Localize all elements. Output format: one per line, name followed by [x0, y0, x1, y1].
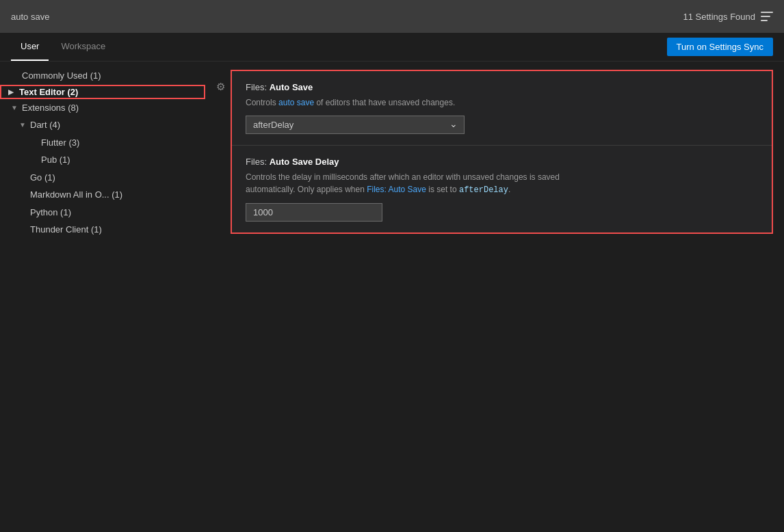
- sidebar-item-label: Go (1): [30, 171, 55, 185]
- sidebar-item-label: Python (1): [30, 206, 71, 220]
- sidebar-item-dart[interactable]: ▼ Dart (4): [0, 116, 205, 134]
- auto-save-title-name: Auto Save: [270, 82, 313, 92]
- sidebar-item-label: Text Editor (2): [19, 87, 78, 97]
- sidebar-item-label: Dart (4): [30, 118, 60, 132]
- sync-button[interactable]: Turn on Settings Sync: [667, 38, 773, 56]
- auto-save-delay-desc-middle: is set to: [426, 185, 459, 194]
- svg-rect-2: [761, 20, 768, 21]
- auto-save-delay-input[interactable]: [246, 203, 382, 222]
- sidebar-item-text-editor[interactable]: ▶ Text Editor (2): [0, 85, 205, 99]
- sidebar-item-pub[interactable]: Pub (1): [0, 151, 205, 169]
- main-layout: Commonly Used (1) ▶ Text Editor (2) ▼ Ex…: [0, 62, 784, 532]
- sidebar-item-python[interactable]: Python (1): [0, 204, 205, 222]
- chevron-down-icon: ▼: [11, 103, 19, 113]
- sidebar-item-flutter[interactable]: Flutter (3): [0, 134, 205, 152]
- search-bar: 11 Settings Found: [0, 0, 784, 33]
- sidebar-item-markdown[interactable]: Markdown All in O... (1): [0, 186, 205, 204]
- sidebar-item-label: Flutter (3): [41, 136, 79, 150]
- tabs-left: User Workspace: [11, 33, 115, 61]
- sidebar-item-go[interactable]: Go (1): [0, 169, 205, 187]
- svg-rect-0: [761, 12, 773, 13]
- settings-gear-icon[interactable]: ⚙: [216, 70, 225, 234]
- auto-save-desc: Controls auto save of editors that have …: [246, 96, 758, 109]
- chevron-down-icon: ▼: [19, 120, 27, 130]
- svg-rect-1: [761, 16, 770, 17]
- sidebar-item-label: Commonly Used (1): [22, 69, 101, 83]
- auto-save-delay-desc-link[interactable]: Files: Auto Save: [367, 185, 426, 194]
- auto-save-setting: Files: Auto Save Controls auto save of e…: [232, 71, 772, 146]
- auto-save-delay-setting: Files: Auto Save Delay Controls the dela…: [232, 146, 772, 232]
- auto-save-delay-desc-code: afterDelay: [459, 185, 508, 195]
- filter-icon[interactable]: [761, 12, 773, 21]
- auto-save-delay-desc: Controls the delay in milliseconds after…: [246, 171, 758, 196]
- sidebar-item-label: Markdown All in O... (1): [30, 188, 122, 202]
- sidebar-item-commonly-used[interactable]: Commonly Used (1): [0, 67, 205, 85]
- sidebar-item-label: Extensions (8): [22, 101, 79, 115]
- auto-save-title-prefix: Files:: [246, 82, 270, 92]
- search-input[interactable]: [11, 12, 683, 22]
- auto-save-desc-after: of editors that have unsaved changes.: [314, 98, 455, 107]
- settings-panel: Files: Auto Save Controls auto save of e…: [231, 70, 773, 234]
- sidebar-item-label: Thunder Client (1): [30, 223, 102, 237]
- auto-save-delay-desc-line1: Controls the delay in milliseconds after…: [246, 172, 560, 182]
- search-results-area: 11 Settings Found: [683, 12, 773, 22]
- tab-user[interactable]: User: [11, 33, 49, 61]
- sidebar: Commonly Used (1) ▶ Text Editor (2) ▼ Ex…: [0, 62, 205, 532]
- search-results-count: 11 Settings Found: [683, 12, 755, 22]
- auto-save-delay-title-name: Auto Save Delay: [270, 157, 339, 167]
- auto-save-desc-before: Controls: [246, 98, 278, 107]
- auto-save-desc-link[interactable]: auto save: [278, 98, 314, 107]
- auto-save-delay-title: Files: Auto Save Delay: [246, 157, 758, 167]
- tabs-bar: User Workspace Turn on Settings Sync: [0, 33, 784, 62]
- auto-save-delay-title-prefix: Files:: [246, 157, 270, 167]
- auto-save-title: Files: Auto Save: [246, 82, 758, 92]
- sidebar-item-thunder-client[interactable]: Thunder Client (1): [0, 221, 205, 239]
- settings-wrapper: ⚙ Files: Auto Save Controls auto save of…: [216, 70, 773, 234]
- tab-workspace[interactable]: Workspace: [51, 33, 115, 61]
- auto-save-select-wrapper: off afterDelay afterFocusChange onFocusC…: [246, 116, 465, 134]
- auto-save-delay-desc-end: .: [508, 185, 510, 194]
- content-area: ⚙ Files: Auto Save Controls auto save of…: [205, 62, 784, 532]
- sidebar-item-label: Pub (1): [41, 153, 70, 167]
- auto-save-select[interactable]: off afterDelay afterFocusChange onFocusC…: [246, 116, 465, 134]
- sidebar-item-extensions[interactable]: ▼ Extensions (8): [0, 99, 205, 117]
- auto-save-delay-desc-line2: automatically. Only applies when: [246, 185, 367, 194]
- chevron-right-icon: ▶: [8, 88, 16, 96]
